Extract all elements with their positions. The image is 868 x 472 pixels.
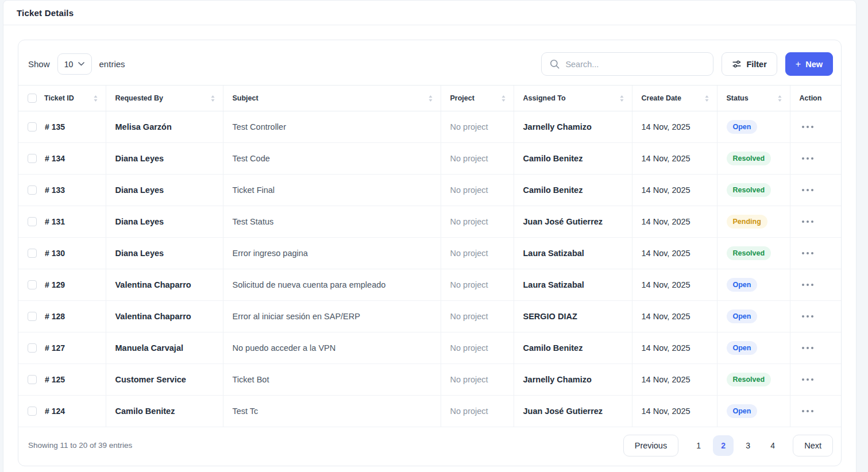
ticket-id: # 135: [45, 122, 65, 131]
status-badge: Open: [727, 120, 758, 134]
page-4-button[interactable]: 4: [762, 435, 783, 456]
column-header-ticket-id[interactable]: Ticket ID: [18, 86, 106, 111]
table-body: # 135 Melisa Garzón Test Controller No p…: [18, 111, 841, 427]
assigned-to: Juan José Gutierrez: [523, 217, 603, 226]
row-checkbox[interactable]: [28, 122, 37, 131]
ellipsis-icon: [802, 378, 804, 381]
plus-icon: +: [796, 60, 801, 69]
row-actions-button[interactable]: [800, 217, 816, 226]
row-actions-button[interactable]: [800, 122, 816, 131]
ticket-id: # 134: [45, 154, 65, 163]
column-header-subject[interactable]: Subject: [223, 86, 441, 111]
row-actions-button[interactable]: [800, 154, 816, 163]
row-actions-button[interactable]: [800, 312, 816, 321]
assigned-to: SERGIO DIAZ: [523, 312, 577, 321]
row-checkbox[interactable]: [28, 407, 37, 416]
project: No project: [450, 407, 488, 416]
column-header-action: Action: [790, 86, 841, 111]
subject: Error al iniciar sesión en SAP/ERP: [233, 312, 360, 321]
column-label: Status: [727, 94, 749, 102]
status-badge: Resolved: [727, 373, 771, 386]
row-actions-button[interactable]: [800, 280, 816, 289]
ellipsis-icon: [802, 347, 804, 349]
create-date: 14 Nov, 2025: [642, 185, 690, 195]
project: No project: [450, 343, 488, 353]
page-size-select[interactable]: 10: [57, 53, 92, 75]
sort-icon: [705, 95, 709, 102]
requested-by: Valentina Chaparro: [115, 312, 191, 321]
ticket-id: # 131: [45, 217, 65, 226]
row-checkbox[interactable]: [28, 185, 37, 195]
ellipsis-icon: [802, 315, 804, 318]
row-actions-button[interactable]: [800, 185, 816, 195]
assigned-to: Laura Satizabal: [523, 249, 584, 258]
ticket-id: # 129: [45, 280, 65, 289]
create-date: 14 Nov, 2025: [642, 122, 690, 131]
entries-label: entries: [99, 59, 125, 69]
column-header-requested-by[interactable]: Requested By: [106, 86, 223, 111]
search-icon: [549, 59, 560, 69]
column-header-project[interactable]: Project: [441, 86, 514, 111]
new-button[interactable]: + New: [785, 52, 833, 76]
create-date: 14 Nov, 2025: [642, 375, 690, 384]
create-date: 14 Nov, 2025: [642, 154, 690, 163]
requested-by: Customer Service: [115, 375, 186, 384]
table-footer: Showing 11 to 20 of 39 entries Previous …: [18, 427, 841, 466]
search-input[interactable]: [565, 60, 705, 69]
entries-summary: Showing 11 to 20 of 39 entries: [28, 441, 132, 450]
requested-by: Camilo Benitez: [115, 407, 175, 416]
filter-button[interactable]: Filter: [722, 52, 777, 76]
column-header-assigned-to[interactable]: Assigned To: [514, 86, 632, 111]
pagination-pages: 1234: [688, 435, 783, 456]
row-checkbox[interactable]: [28, 249, 37, 258]
table-toolbar: Show 10 entries: [18, 40, 841, 85]
page-3-button[interactable]: 3: [738, 435, 758, 456]
row-checkbox[interactable]: [28, 280, 37, 289]
page-2-button[interactable]: 2: [713, 435, 734, 456]
column-header-status[interactable]: Status: [717, 86, 790, 111]
column-label: Project: [450, 94, 474, 102]
ellipsis-icon: [802, 284, 804, 286]
project: No project: [450, 122, 488, 131]
ticket-id: # 127: [45, 343, 65, 353]
page-title: Ticket Details: [17, 8, 74, 18]
row-checkbox[interactable]: [28, 217, 37, 226]
row-checkbox[interactable]: [28, 312, 37, 321]
table-row: # 127 Manuela Carvajal No puedo acceder …: [18, 332, 841, 364]
project: No project: [450, 312, 488, 321]
row-checkbox[interactable]: [28, 343, 37, 353]
column-label: Subject: [233, 94, 259, 102]
table-row: # 125 Customer Service Ticket Bot No pro…: [18, 364, 841, 396]
row-checkbox[interactable]: [28, 154, 37, 163]
create-date: 14 Nov, 2025: [642, 217, 690, 226]
ticket-id: # 124: [45, 407, 65, 416]
row-actions-button[interactable]: [800, 249, 816, 258]
page-1-button[interactable]: 1: [688, 435, 709, 456]
table-row: # 134 Diana Leyes Test Code No project C…: [18, 143, 841, 175]
row-actions-button[interactable]: [800, 375, 816, 384]
tickets-card: Show 10 entries: [18, 40, 842, 466]
row-actions-button[interactable]: [800, 407, 816, 416]
page-background: Ticket Details Show 10 entries: [0, 0, 868, 472]
status-badge: Pending: [727, 215, 767, 229]
table-row: # 135 Melisa Garzón Test Controller No p…: [18, 111, 841, 143]
requested-by: Manuela Carvajal: [115, 343, 183, 353]
next-button[interactable]: Next: [793, 435, 833, 456]
previous-button[interactable]: Previous: [623, 435, 678, 456]
column-label: Assigned To: [523, 94, 566, 102]
sort-icon: [211, 95, 215, 102]
sort-icon: [620, 95, 624, 102]
row-checkbox[interactable]: [28, 375, 37, 384]
table-row: # 131 Diana Leyes Test Status No project…: [18, 206, 841, 238]
select-all-checkbox[interactable]: [28, 94, 37, 103]
ticket-details-panel: Ticket Details Show 10 entries: [3, 0, 857, 472]
show-label: Show: [28, 59, 50, 69]
sort-icon: [429, 95, 433, 102]
requested-by: Valentina Chaparro: [115, 280, 191, 289]
row-actions-button[interactable]: [800, 343, 816, 353]
ticket-id: # 125: [45, 375, 65, 384]
assigned-to: Juan José Gutierrez: [523, 407, 603, 416]
sort-icon: [94, 95, 98, 102]
column-header-create-date[interactable]: Create Date: [632, 86, 717, 111]
project: No project: [450, 154, 488, 163]
